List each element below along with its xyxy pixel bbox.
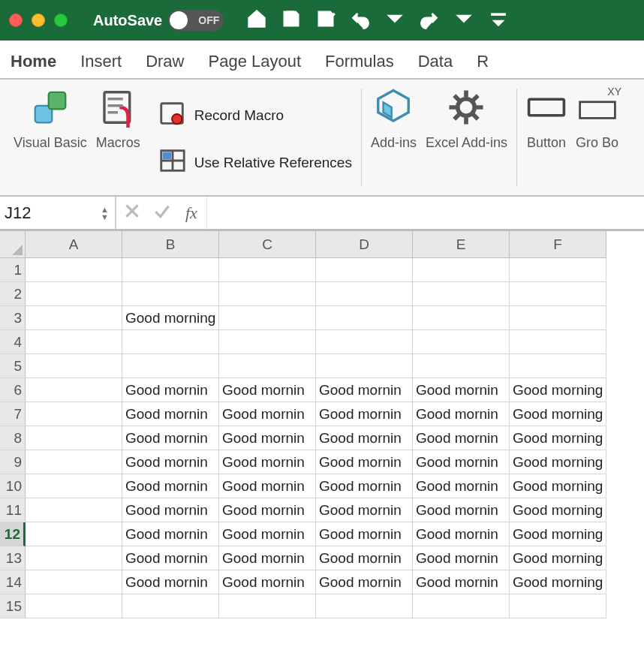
row-header[interactable]: 14 — [0, 570, 26, 594]
cell[interactable] — [510, 594, 606, 618]
cell[interactable] — [122, 330, 219, 354]
use-relative-references-button[interactable]: Use Relative References — [157, 142, 354, 183]
column-header[interactable]: F — [510, 231, 606, 258]
tab-data[interactable]: Data — [417, 47, 454, 76]
save-edit-icon[interactable] — [315, 8, 336, 33]
visual-basic-button[interactable]: Visual Basic — [12, 84, 89, 150]
customize-toolbar-icon[interactable] — [488, 8, 509, 33]
cell[interactable] — [26, 330, 122, 354]
row-header[interactable]: 13 — [0, 546, 26, 570]
cell[interactable] — [122, 354, 219, 378]
button-control[interactable]: Button — [525, 84, 568, 150]
cell[interactable]: Good mornin — [413, 426, 510, 450]
cell[interactable]: Good mornin — [316, 450, 413, 474]
cell[interactable]: Good mornin — [316, 570, 413, 594]
cell[interactable] — [413, 258, 510, 282]
cell[interactable]: Good mornin — [413, 378, 510, 402]
cell[interactable] — [413, 282, 510, 306]
formula-input[interactable] — [206, 197, 644, 229]
row-header[interactable]: 4 — [0, 330, 26, 354]
cell[interactable]: Good mornin — [122, 474, 219, 498]
cell[interactable]: Good morning — [510, 378, 606, 402]
tab-formulas[interactable]: Formulas — [324, 47, 396, 76]
cell[interactable]: Good morning — [510, 426, 606, 450]
home-icon[interactable] — [246, 8, 267, 33]
cell[interactable] — [26, 282, 122, 306]
row-header[interactable]: 1 — [0, 258, 26, 282]
cell[interactable] — [26, 426, 122, 450]
column-header[interactable]: B — [122, 231, 219, 258]
column-header[interactable]: D — [316, 231, 413, 258]
chevron-down-icon[interactable]: ▼ — [101, 213, 109, 221]
cell[interactable] — [122, 594, 219, 618]
cell[interactable] — [510, 354, 606, 378]
cell[interactable] — [219, 258, 316, 282]
cell[interactable]: Good mornin — [122, 426, 219, 450]
addins-button[interactable]: Add-ins — [369, 84, 418, 150]
undo-icon[interactable] — [350, 8, 371, 33]
row-header[interactable]: 6 — [0, 378, 26, 402]
cell[interactable] — [510, 330, 606, 354]
row-header[interactable]: 12 — [0, 522, 26, 546]
macros-button[interactable]: Macros — [95, 84, 142, 150]
cell[interactable]: Good mornin — [413, 450, 510, 474]
cell[interactable]: Good morning — [510, 450, 606, 474]
row-header[interactable]: 15 — [0, 594, 26, 618]
cell[interactable] — [413, 330, 510, 354]
cell[interactable]: Good mornin — [316, 522, 413, 546]
record-macro-button[interactable]: Record Macro — [157, 95, 354, 136]
row-header[interactable]: 8 — [0, 426, 26, 450]
cell[interactable]: Good mornin — [316, 378, 413, 402]
cell[interactable]: Good mornin — [122, 378, 219, 402]
cell[interactable]: Good mornin — [122, 522, 219, 546]
tab-insert[interactable]: Insert — [79, 47, 123, 76]
row-header[interactable]: 7 — [0, 402, 26, 426]
cell[interactable]: Good mornin — [413, 402, 510, 426]
cell[interactable]: Good morning — [510, 570, 606, 594]
chevron-up-icon[interactable]: ▲ — [101, 206, 109, 213]
cell[interactable]: Good mornin — [219, 474, 316, 498]
cell[interactable]: Good morning — [510, 402, 606, 426]
cell[interactable]: Good mornin — [413, 522, 510, 546]
row-header[interactable]: 5 — [0, 354, 26, 378]
cell[interactable]: Good mornin — [413, 474, 510, 498]
cell[interactable] — [510, 306, 606, 330]
cell[interactable] — [316, 594, 413, 618]
cell[interactable]: Good mornin — [219, 402, 316, 426]
cell[interactable] — [413, 594, 510, 618]
cell[interactable] — [26, 570, 122, 594]
cell[interactable]: Good mornin — [316, 426, 413, 450]
cell[interactable] — [316, 330, 413, 354]
cell[interactable] — [219, 306, 316, 330]
cell[interactable]: Good mornin — [122, 570, 219, 594]
cell[interactable]: Good mornin — [219, 426, 316, 450]
cell[interactable]: Good mornin — [316, 546, 413, 570]
spreadsheet-grid[interactable]: ABCDEF123Good morning456Good morninGood … — [0, 231, 644, 618]
fx-label[interactable]: fx — [182, 203, 200, 223]
tab-home[interactable]: Home — [9, 47, 58, 76]
cell[interactable]: Good morning — [122, 306, 219, 330]
cell[interactable] — [413, 354, 510, 378]
cell[interactable] — [26, 546, 122, 570]
cell[interactable]: Good mornin — [219, 522, 316, 546]
name-box[interactable]: J12 ▲ ▼ — [0, 197, 116, 229]
cell[interactable]: Good mornin — [219, 378, 316, 402]
cell[interactable] — [316, 258, 413, 282]
cell[interactable]: Good mornin — [413, 570, 510, 594]
cell[interactable]: Good mornin — [316, 474, 413, 498]
tab-page-layout[interactable]: Page Layout — [207, 47, 303, 76]
redo-icon[interactable] — [419, 8, 440, 33]
undo-dropdown-icon[interactable] — [384, 8, 405, 33]
select-all-corner[interactable] — [0, 231, 26, 258]
redo-dropdown-icon[interactable] — [453, 8, 474, 33]
row-header[interactable]: 9 — [0, 450, 26, 474]
cell[interactable] — [26, 402, 122, 426]
cell[interactable] — [26, 378, 122, 402]
column-header[interactable]: E — [413, 231, 510, 258]
cell[interactable]: Good mornin — [219, 570, 316, 594]
cell[interactable]: Good mornin — [219, 498, 316, 522]
close-window-button[interactable] — [9, 14, 23, 27]
cell[interactable]: Good morning — [510, 498, 606, 522]
cell[interactable]: Good morning — [510, 522, 606, 546]
cell[interactable] — [26, 354, 122, 378]
